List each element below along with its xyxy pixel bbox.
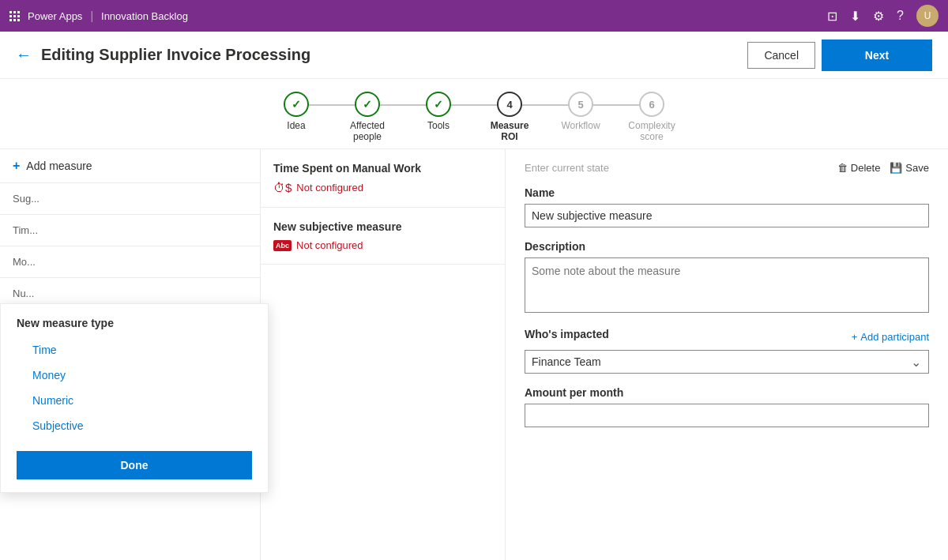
dropdown-title: New measure type <box>1 317 268 337</box>
delete-button[interactable]: 🗑 Delete <box>837 162 881 174</box>
name-input[interactable] <box>525 204 929 227</box>
whos-impacted-group: Who's impacted + Add participant Finance… <box>525 328 929 374</box>
name-field-group: Name <box>525 186 929 227</box>
abc-icon: Abc <box>273 240 292 251</box>
enter-state-label: Enter current state <box>525 162 609 174</box>
name-label: Name <box>525 186 929 199</box>
done-button[interactable]: Done <box>17 451 252 479</box>
step-circle-idea: ✓ <box>284 92 309 117</box>
topbar: Power Apps | Innovation Backlog ⊡ ⬇ ⚙ ? … <box>0 0 948 32</box>
plus-icon-participant: + <box>852 331 858 343</box>
description-textarea[interactable] <box>525 257 929 313</box>
step-label-tools: Tools <box>427 120 450 131</box>
add-participant-button[interactable]: + Add participant <box>852 331 929 343</box>
step-tools[interactable]: ✓ Tools <box>403 92 474 131</box>
step-label-affected-people: Affectedpeople <box>350 120 385 142</box>
amount-label: Amount per month <box>525 386 929 399</box>
avatar[interactable]: U <box>916 5 939 27</box>
save-icon: 💾 <box>890 162 902 174</box>
help-icon[interactable]: ? <box>897 9 904 23</box>
menu-item-subjective[interactable]: Subjective <box>1 413 268 438</box>
topbar-sep: | <box>90 9 93 22</box>
measure-type-dropdown: New measure type Time Money Numeric Subj… <box>0 303 269 493</box>
settings-icon[interactable]: ⚙ <box>873 9 884 24</box>
right-panel: Enter current state 🗑 Delete 💾 Save Name… <box>506 149 948 560</box>
amount-input[interactable] <box>525 404 929 427</box>
menu-item-money[interactable]: Money <box>1 363 268 388</box>
step-label-idea: Idea <box>287 120 305 131</box>
step-circle-measure-roi: 4 <box>497 92 522 117</box>
step-measure-roi[interactable]: 4 MeasureROI <box>474 92 545 142</box>
not-configured-status: ⏱$ Not configured <box>273 181 492 194</box>
not-configured-label-2: Not configured <box>296 239 363 251</box>
amount-field-group: Amount per month <box>525 386 929 427</box>
measure-card-subjective[interactable]: New subjective measure Abc Not configure… <box>261 208 505 265</box>
step-circle-affected-people: ✓ <box>355 92 380 117</box>
not-configured-status-2: Abc Not configured <box>273 239 492 251</box>
back-button[interactable]: ← <box>16 46 32 64</box>
next-button[interactable]: Next <box>822 39 932 71</box>
delete-label: Delete <box>851 162 881 174</box>
time-icon: ⏱$ <box>273 181 292 194</box>
action-buttons: 🗑 Delete 💾 Save <box>837 162 929 174</box>
whos-impacted-label: Who's impacted <box>525 328 609 340</box>
step-workflow[interactable]: 5 Workflow <box>545 92 616 131</box>
description-field-group: Description <box>525 240 929 315</box>
step-idea[interactable]: ✓ Idea <box>261 92 332 131</box>
menu-item-time[interactable]: Time <box>1 337 268 363</box>
step-label-workflow: Workflow <box>561 120 600 131</box>
list-item[interactable]: Sug... <box>0 183 260 215</box>
measure-card-title: New subjective measure <box>273 220 492 233</box>
topbar-actions: ⊡ ⬇ ⚙ ? U <box>827 5 939 27</box>
menu-item-numeric[interactable]: Numeric <box>1 388 268 413</box>
participant-select[interactable]: Finance Team <box>525 350 929 374</box>
download-icon[interactable]: ⬇ <box>850 9 860 24</box>
right-panel-topbar: Enter current state 🗑 Delete 💾 Save <box>525 162 929 174</box>
description-label: Description <box>525 240 929 253</box>
cancel-button[interactable]: Cancel <box>747 42 815 69</box>
measure-card-title: Time Spent on Manual Work <box>273 162 492 175</box>
save-label: Save <box>905 162 929 174</box>
step-complexity-score[interactable]: 6 Complexityscore <box>616 92 687 142</box>
plus-icon: + <box>13 159 20 173</box>
list-item[interactable]: Tim... <box>0 215 260 246</box>
step-circle-complexity-score: 6 <box>639 92 664 117</box>
list-item[interactable]: Mo... <box>0 246 260 278</box>
step-circle-workflow: 5 <box>568 92 593 117</box>
add-measure-label: Add measure <box>26 160 92 172</box>
main-layout: + Add measure Sug... Tim... Mo... Nu... … <box>0 149 948 560</box>
middle-panel: Time Spent on Manual Work ⏱$ Not configu… <box>261 149 506 560</box>
participant-select-wrapper: Finance Team <box>525 350 929 374</box>
headerbar: ← Editing Supplier Invoice Processing Ca… <box>0 32 948 79</box>
step-label-measure-roi: MeasureROI <box>491 120 529 142</box>
save-button[interactable]: 💾 Save <box>890 162 929 174</box>
measure-card-time[interactable]: Time Spent on Manual Work ⏱$ Not configu… <box>261 149 505 208</box>
add-measure-button[interactable]: + Add measure <box>0 149 260 183</box>
not-configured-label: Not configured <box>296 182 363 194</box>
delete-icon: 🗑 <box>837 162 848 174</box>
whos-impacted-row: Who's impacted + Add participant <box>525 328 929 345</box>
add-participant-label: Add participant <box>860 331 929 343</box>
fullscreen-icon[interactable]: ⊡ <box>827 9 837 24</box>
app-name: Power Apps <box>28 10 82 22</box>
step-circle-tools: ✓ <box>426 92 451 117</box>
step-affected-people[interactable]: ✓ Affectedpeople <box>332 92 403 142</box>
apps-grid-icon[interactable] <box>9 11 20 21</box>
stepper: ✓ Idea ✓ Affectedpeople ✓ Tools 4 Measur… <box>0 79 948 149</box>
page-title: Editing Supplier Invoice Processing <box>41 46 747 64</box>
product-name: Innovation Backlog <box>101 10 188 22</box>
step-label-complexity-score: Complexityscore <box>628 120 675 142</box>
